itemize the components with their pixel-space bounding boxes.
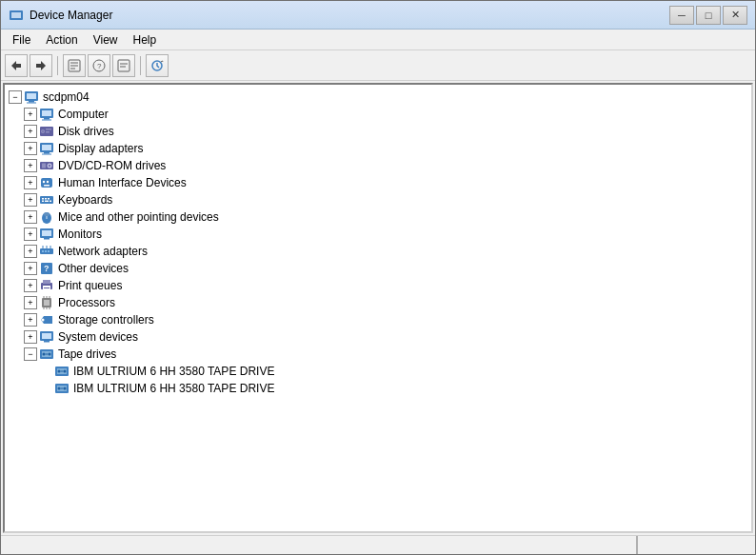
expand-icon-network[interactable]: +: [24, 245, 37, 258]
node-label-tape2: IBM ULTRIUM 6 HH 3580 TAPE DRIVE: [73, 382, 274, 395]
tree-node-storage[interactable]: + Storage controllers: [5, 311, 751, 328]
tree-node-other[interactable]: + ? Other devices: [5, 260, 751, 277]
menu-file[interactable]: File: [5, 31, 38, 49]
tree-node-network[interactable]: + Network adapters: [5, 243, 751, 260]
svg-rect-33: [42, 154, 51, 155]
svg-point-51: [44, 212, 50, 216]
svg-rect-41: [44, 185, 50, 187]
tree-node-disk[interactable]: + Disk drives: [5, 123, 751, 140]
svg-text:?: ?: [44, 264, 50, 273]
expand-icon-disk[interactable]: +: [24, 125, 37, 138]
tree-node-processors[interactable]: + Processors: [5, 294, 751, 311]
tree-node-tape2[interactable]: IBM ULTRIUM 6 HH 3580 TAPE DRIVE: [5, 380, 751, 397]
expand-icon-keyboards[interactable]: +: [24, 193, 37, 207]
tree-node-tape1[interactable]: IBM ULTRIUM 6 HH 3580 TAPE DRIVE: [5, 363, 751, 380]
svg-rect-13: [118, 60, 129, 71]
node-label-tape: Tape drives: [58, 347, 116, 361]
node-label-storage: Storage controllers: [58, 313, 154, 327]
node-icon-tape2: [54, 381, 70, 396]
title-bar: Device Manager ─ □ ✕: [1, 1, 755, 30]
expand-icon-processors[interactable]: +: [24, 296, 37, 309]
device-manager-window: Device Manager ─ □ ✕ File Action View He…: [0, 0, 756, 555]
title-bar-left: Device Manager: [9, 8, 112, 23]
svg-rect-46: [42, 201, 44, 203]
scan-button[interactable]: [146, 54, 169, 77]
device-tree: − scdpm04+ Computer+ Disk drives+ Displa…: [5, 85, 751, 531]
node-label-tape1: IBM ULTRIUM 6 HH 3580 TAPE DRIVE: [73, 365, 274, 378]
menu-help[interactable]: Help: [126, 31, 165, 49]
node-label-computer: Computer: [58, 108, 109, 121]
close-button[interactable]: ✕: [723, 6, 747, 25]
expand-icon-display[interactable]: +: [24, 142, 37, 155]
node-icon-tape1: [54, 364, 70, 379]
tree-node-monitors[interactable]: + Monitors: [5, 226, 751, 243]
update-driver-button[interactable]: [112, 54, 135, 77]
expand-icon-system[interactable]: +: [24, 330, 37, 344]
back-button[interactable]: [5, 54, 28, 77]
tree-node-system[interactable]: + System devices: [5, 328, 751, 346]
svg-rect-28: [46, 129, 51, 130]
expand-icon-mice[interactable]: +: [24, 210, 37, 224]
tree-node-mice[interactable]: + Mice and other pointing devices: [5, 208, 751, 226]
node-label-mice: Mice and other pointing devices: [58, 210, 219, 224]
help-button[interactable]: ?: [88, 54, 110, 77]
menu-action[interactable]: Action: [38, 31, 85, 49]
tree-node-root[interactable]: − scdpm04: [5, 89, 751, 106]
node-icon-processors: [39, 295, 54, 310]
toolbar-separator-1: [57, 56, 58, 75]
main-content: − scdpm04+ Computer+ Disk drives+ Displa…: [3, 83, 753, 533]
forward-button[interactable]: [30, 54, 52, 77]
node-label-system: System devices: [58, 330, 138, 344]
maximize-button[interactable]: □: [696, 6, 721, 25]
svg-point-88: [64, 370, 67, 373]
menu-view[interactable]: View: [86, 31, 126, 49]
toolbar-separator-2: [140, 56, 141, 75]
expand-icon-computer[interactable]: +: [24, 108, 37, 121]
node-icon-network: [39, 244, 54, 259]
node-label-dvd: DVD/CD-ROM drives: [58, 159, 166, 172]
svg-rect-29: [46, 131, 50, 133]
node-icon-root: [24, 89, 39, 105]
expand-icon-other[interactable]: +: [24, 262, 37, 275]
expand-icon-storage[interactable]: +: [24, 313, 37, 327]
expand-icon-tape[interactable]: −: [24, 347, 37, 361]
tree-node-dvd[interactable]: + DVD/CD-ROM drives: [5, 157, 751, 174]
node-icon-display: [39, 141, 54, 156]
toolbar: ?: [1, 50, 755, 81]
svg-rect-47: [45, 201, 49, 203]
expand-icon-root[interactable]: −: [9, 90, 22, 104]
expand-icon-monitors[interactable]: +: [24, 228, 37, 241]
node-icon-dvd: [39, 158, 54, 173]
svg-point-37: [49, 165, 50, 167]
tree-node-computer[interactable]: + Computer: [5, 106, 751, 123]
svg-rect-79: [44, 341, 50, 343]
node-label-monitors: Monitors: [58, 228, 102, 241]
tree-node-hid[interactable]: + Human Interface Devices: [5, 174, 751, 191]
expand-icon-hid[interactable]: +: [24, 176, 37, 189]
svg-rect-42: [40, 196, 53, 204]
expand-icon-dvd[interactable]: +: [24, 159, 37, 172]
properties-button[interactable]: [63, 54, 86, 77]
expand-icon-print[interactable]: +: [24, 279, 37, 292]
minimize-button[interactable]: ─: [669, 6, 694, 25]
svg-rect-56: [42, 250, 44, 252]
node-label-hid: Human Interface Devices: [58, 176, 187, 189]
svg-rect-69: [44, 300, 50, 306]
node-label-keyboards: Keyboards: [58, 193, 112, 207]
svg-point-83: [49, 353, 51, 356]
status-right: [637, 536, 751, 554]
node-icon-mice: [39, 209, 54, 225]
svg-rect-6: [36, 64, 42, 68]
svg-point-76: [42, 319, 45, 322]
tree-node-tape[interactable]: − Tape drives: [5, 346, 751, 363]
svg-rect-48: [50, 201, 51, 203]
svg-rect-45: [48, 198, 50, 200]
tree-node-print[interactable]: + Print queues: [5, 277, 751, 294]
svg-rect-22: [42, 110, 51, 116]
svg-rect-65: [43, 280, 50, 284]
node-icon-monitors: [39, 227, 54, 242]
svg-rect-4: [15, 64, 21, 68]
svg-rect-31: [42, 145, 51, 150]
tree-node-display[interactable]: + Display adapters: [5, 140, 751, 157]
tree-node-keyboards[interactable]: + Keyboards: [5, 191, 751, 208]
